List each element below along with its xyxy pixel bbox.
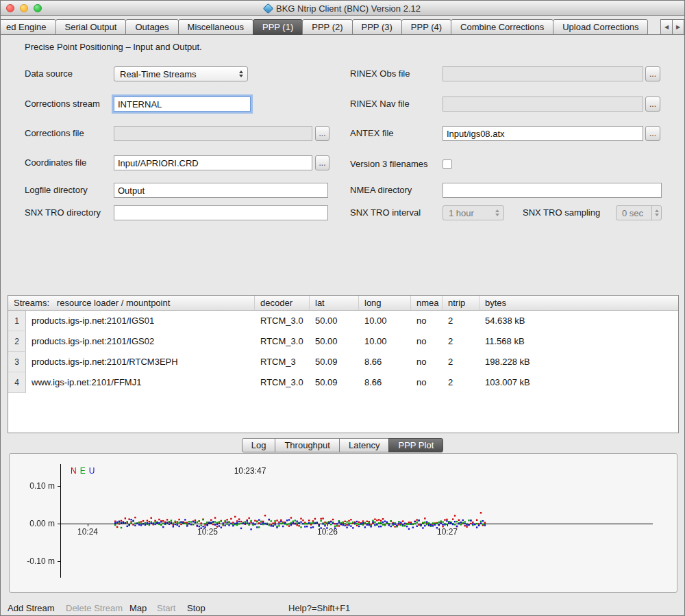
- cell-decoder: RTCM_3.0: [255, 372, 310, 393]
- tab-upload-corrections[interactable]: Upload Corrections: [553, 19, 648, 35]
- app-icon: [263, 3, 274, 14]
- tab-ppp-3[interactable]: PPP (3): [352, 19, 402, 35]
- snx-tro-interval-select[interactable]: 1 hour: [443, 205, 504, 220]
- table-row[interactable]: 4 www.igs-ip.net:2101/FFMJ1 RTCM_3.0 50.…: [8, 372, 678, 393]
- cell-ntrip: 2: [443, 352, 480, 372]
- tab-throughput[interactable]: Throughput: [275, 438, 340, 452]
- header-bytes: bytes: [480, 296, 678, 310]
- cell-long: 10.00: [359, 311, 411, 331]
- cell-lat: 50.09: [310, 352, 359, 372]
- tab-ppp-4[interactable]: PPP (4): [401, 19, 451, 35]
- ppp1-panel: Precise Point Positioning – Input and Ou…: [1, 35, 685, 294]
- status-bar: Add Stream Delete Stream Map Start Stop …: [1, 599, 684, 616]
- logfile-directory-input[interactable]: [114, 183, 328, 198]
- tab-bar: ed Engine Serial Output Outages Miscella…: [1, 16, 684, 35]
- cell-mountpoint: products.igs-ip.net:2101/IGS01: [26, 311, 255, 331]
- cell-mountpoint: products.igs-ip.net:2101/IGS02: [26, 331, 255, 352]
- coordinates-file-input[interactable]: [114, 155, 312, 170]
- cell-lat: 50.00: [310, 311, 359, 331]
- cell-decoder: RTCM_3: [255, 352, 310, 372]
- cell-mountpoint: www.igs-ip.net:2101/FFMJ1: [26, 372, 255, 393]
- cell-decoder: RTCM_3.0: [255, 311, 310, 331]
- cell-bytes: 11.568 kB: [480, 331, 678, 352]
- snx-tro-sampling-label: SNX TRO sampling: [523, 205, 600, 220]
- rinex-nav-browse-button[interactable]: ...: [645, 97, 660, 112]
- cell-mountpoint: products.igs-ip.net:2101/RTCM3EPH: [26, 352, 255, 372]
- snx-tro-interval-label: SNX TRO interval: [350, 205, 421, 220]
- version3-checkbox[interactable]: [443, 159, 452, 169]
- tab-combine-corrections[interactable]: Combine Corrections: [451, 19, 553, 35]
- delete-stream-button[interactable]: Delete Stream: [66, 603, 123, 613]
- cell-nmea: no: [411, 311, 443, 331]
- help-hint: Help?=Shift+F1: [288, 603, 350, 613]
- nmea-directory-label: NMEA directory: [350, 183, 412, 198]
- tab-feed-engine[interactable]: ed Engine: [0, 19, 56, 35]
- tab-scroll-right-icon[interactable]: ▶: [672, 19, 684, 35]
- streams-table-header: Streams: resource loader / mountpoint de…: [8, 296, 678, 311]
- snx-tro-directory-input[interactable]: [114, 205, 328, 220]
- snx-tro-sampling-stepper[interactable]: 0 sec: [616, 205, 662, 220]
- tab-scroll-buttons: ◀ ▶: [661, 19, 684, 35]
- tab-log[interactable]: Log: [242, 438, 276, 452]
- corrections-file-browse-button[interactable]: ...: [315, 126, 329, 141]
- table-row[interactable]: 3 products.igs-ip.net:2101/RTCM3EPH RTCM…: [8, 352, 678, 372]
- row-number: 1: [8, 311, 26, 331]
- coordinates-file-browse-button[interactable]: ...: [315, 155, 329, 170]
- row-number: 2: [8, 331, 26, 352]
- corrections-stream-label: Corrections stream: [25, 97, 100, 112]
- tab-outages[interactable]: Outages: [125, 19, 178, 35]
- tab-latency[interactable]: Latency: [339, 438, 390, 452]
- header-nmea: nmea: [411, 296, 443, 310]
- antex-file-browse-button[interactable]: ...: [645, 126, 660, 141]
- rinex-obs-browse-button[interactable]: ...: [645, 66, 660, 81]
- cell-nmea: no: [411, 372, 443, 393]
- streams-table: Streams: resource loader / mountpoint de…: [8, 295, 679, 433]
- ppp-plot-panel: [9, 453, 677, 593]
- cell-ntrip: 2: [443, 331, 480, 352]
- header-decoder: decoder: [255, 296, 310, 310]
- tab-miscellaneous[interactable]: Miscellaneous: [178, 19, 253, 35]
- table-row[interactable]: 2 products.igs-ip.net:2101/IGS02 RTCM_3.…: [8, 331, 678, 352]
- cell-long: 10.00: [359, 331, 411, 352]
- app-window: BKG Ntrip Client (BNC) Version 2.12 ed E…: [0, 0, 685, 616]
- tab-ppp-2[interactable]: PPP (2): [302, 19, 352, 35]
- row-number: 4: [8, 372, 26, 393]
- cell-ntrip: 2: [443, 311, 480, 331]
- combo-arrows-icon: [237, 70, 247, 77]
- cell-long: 8.66: [359, 372, 411, 393]
- data-source-select[interactable]: Real-Time Streams: [114, 66, 248, 81]
- rinex-obs-input[interactable]: [443, 66, 643, 81]
- antex-file-label: ANTEX file: [350, 126, 394, 141]
- data-source-label: Data source: [25, 66, 73, 81]
- rinex-obs-label: RINEX Obs file: [350, 66, 410, 81]
- tab-ppp-plot[interactable]: PPP Plot: [388, 438, 443, 452]
- cell-decoder: RTCM_3.0: [255, 331, 310, 352]
- antex-file-input[interactable]: [443, 126, 643, 141]
- panel-description: Precise Point Positioning – Input and Ou…: [25, 42, 202, 52]
- cell-long: 8.66: [359, 352, 411, 372]
- corrections-file-label: Corrections file: [25, 126, 84, 141]
- plot-tab-bar: Log Throughput Latency PPP Plot: [1, 438, 684, 452]
- rinex-nav-input[interactable]: [443, 97, 643, 112]
- version3-label: Version 3 filenames: [350, 157, 427, 172]
- stop-button[interactable]: Stop: [187, 603, 206, 613]
- tab-ppp-1[interactable]: PPP (1): [253, 19, 303, 35]
- snx-tro-directory-label: SNX TRO directory: [25, 205, 101, 220]
- snx-tro-interval-value: 1 hour: [443, 208, 493, 218]
- corrections-file-input[interactable]: [114, 126, 312, 141]
- map-button[interactable]: Map: [129, 603, 147, 613]
- cell-lat: 50.09: [310, 372, 359, 393]
- add-stream-button[interactable]: Add Stream: [8, 603, 55, 613]
- corrections-stream-input[interactable]: [114, 97, 251, 112]
- tab-scroll-left-icon[interactable]: ◀: [660, 19, 673, 35]
- start-button[interactable]: Start: [157, 603, 175, 613]
- stepper-arrows-icon[interactable]: [651, 206, 661, 220]
- tab-serial-output[interactable]: Serial Output: [55, 19, 127, 35]
- header-long: long: [359, 296, 411, 310]
- data-source-value: Real-Time Streams: [114, 69, 237, 79]
- header-mountpoint: Streams: resource loader / mountpoint: [8, 296, 255, 310]
- header-ntrip: ntrip: [443, 296, 480, 310]
- nmea-directory-input[interactable]: [443, 183, 662, 198]
- table-row[interactable]: 1 products.igs-ip.net:2101/IGS01 RTCM_3.…: [8, 311, 678, 331]
- ppp-plot-chart: [10, 454, 676, 591]
